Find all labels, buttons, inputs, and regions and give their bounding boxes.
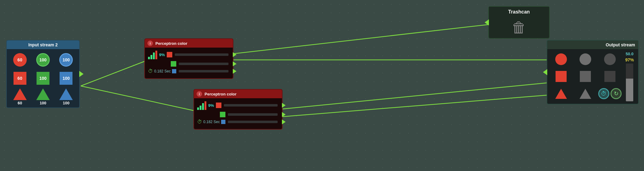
- out-circle-red: [555, 53, 567, 65]
- perceptron-1-slider2[interactable]: [179, 63, 228, 65]
- timer-icon[interactable]: ⏱: [598, 88, 609, 99]
- output-meter-fill: [626, 79, 633, 101]
- out-triangle-gray1: [580, 89, 591, 99]
- perceptron-1-blue-sq: [172, 69, 176, 73]
- perceptron-1-out-2[interactable]: [233, 61, 236, 66]
- bar2-2: [200, 106, 201, 110]
- perceptron-1-out-1[interactable]: [233, 52, 236, 57]
- input-stream-output-connector[interactable]: [79, 71, 84, 77]
- trashcan-input-connector[interactable]: [485, 19, 489, 25]
- perceptron-2-slider1[interactable]: [224, 104, 278, 107]
- cell-square-red: 60: [9, 70, 30, 87]
- bar2-3: [202, 103, 204, 110]
- perceptron-1-slider1[interactable]: [175, 53, 228, 56]
- out-triangle-red-cell: [550, 86, 572, 101]
- cell-square-green: 100: [32, 70, 53, 87]
- square-green: 100: [37, 72, 49, 85]
- out-square-gray1-cell: [574, 69, 596, 84]
- perceptron-1-speed-label: 0.182 Sec: [154, 69, 171, 73]
- square-blue: 100: [60, 72, 72, 85]
- output-stream-header: Output stream: [547, 41, 638, 49]
- cell-square-blue: 100: [56, 70, 77, 87]
- svg-line-1: [81, 86, 193, 111]
- out-circle-gray1-cell: [574, 52, 596, 67]
- perceptron-2-speed-icon: ⏱: [197, 119, 202, 125]
- perceptron-2-out-2[interactable]: [282, 112, 286, 117]
- circle-red: 60: [13, 53, 27, 67]
- perceptron-2-speed-label: 0.182 Sec: [203, 120, 220, 124]
- out-triangle-red: [555, 89, 567, 99]
- perceptron-node-2: i Perceptron color 9% ⏱ 0.182 Sec: [193, 89, 283, 130]
- output-stream-node: Output stream: [547, 40, 639, 104]
- perceptron-2-barchart: [197, 101, 206, 110]
- trashcan-header: Trashcan: [489, 7, 549, 17]
- perceptron-2-color-green: [220, 112, 225, 117]
- cell-circle-red: 60: [9, 52, 30, 68]
- out-square-gray2-cell: [598, 69, 622, 84]
- perceptron-2-blue-sq: [221, 120, 225, 124]
- svg-line-5: [283, 95, 547, 117]
- bar-3: [153, 52, 155, 59]
- bar-1: [148, 57, 150, 59]
- out-square-red: [556, 71, 567, 82]
- cell-triangle-red: 60: [9, 88, 30, 105]
- perceptron-2-slider3[interactable]: [228, 121, 278, 123]
- output-shapes-grid: ⏱ ↻: [550, 52, 622, 101]
- input-stream-node: Input stream 2 60 100 100 60 100: [6, 40, 80, 108]
- svg-line-2: [233, 25, 488, 54]
- cell-triangle-green: 100: [32, 88, 53, 105]
- perceptron-2-percent: 9%: [208, 103, 214, 108]
- triangle-green: [36, 88, 50, 100]
- perceptron-1-percent: 9%: [159, 52, 165, 57]
- perceptron-2-slider2[interactable]: [228, 113, 278, 116]
- perceptron-1-badge: i: [147, 41, 153, 46]
- output-meter: 50.0 97%: [623, 52, 636, 101]
- perceptron-1-slider3[interactable]: [179, 70, 228, 72]
- perceptron-2-out-3[interactable]: [282, 119, 286, 124]
- perceptron-1-color-red: [167, 52, 172, 57]
- triangle-red: [13, 88, 27, 100]
- output-stream-body: ⏱ ↻ 50.0 97%: [547, 49, 638, 104]
- output-meter-bar: [626, 64, 633, 101]
- out-icons-cell: ⏱ ↻: [598, 86, 622, 101]
- trashcan-title: Trashcan: [508, 9, 530, 14]
- circle-green: 100: [36, 53, 50, 67]
- perceptron-1-bar-row: 9%: [148, 50, 230, 59]
- cell-circle-green: 100: [32, 52, 53, 68]
- trashcan-icon: 🗑: [512, 20, 526, 35]
- perceptron-2-color-red: [216, 103, 221, 108]
- out-square-gray2: [604, 71, 615, 82]
- perceptron-1-body: 9% ⏱ 0.182 Sec: [145, 48, 233, 78]
- perceptron-node-1: i Perceptron color 9% ⏱ 0.18: [144, 38, 233, 79]
- out-square-red-cell: [550, 69, 572, 84]
- out-triangle-gray1-cell: [574, 86, 596, 101]
- input-stream-header: Input stream 2: [7, 41, 79, 49]
- perceptron-2-out-1[interactable]: [282, 103, 286, 108]
- perceptron-1-speed-row: ⏱ 0.182 Sec: [148, 68, 230, 74]
- input-stream-title: Input stream 2: [28, 42, 58, 47]
- perceptron-1-title: Perceptron color: [155, 41, 187, 46]
- refresh-icon[interactable]: ↻: [611, 88, 622, 99]
- output-stream-input-connector[interactable]: [543, 69, 547, 75]
- perceptron-2-speed-row: ⏱ 0.182 Sec: [197, 119, 279, 125]
- perceptron-1-green-row: [148, 61, 230, 67]
- circle-blue: 100: [59, 53, 73, 67]
- output-value: 50.0: [626, 52, 633, 56]
- svg-line-0: [81, 61, 144, 86]
- bar-2: [150, 55, 152, 59]
- out-square-gray1: [580, 71, 591, 82]
- cell-triangle-blue: 100: [56, 88, 77, 105]
- perceptron-2-header: i Perceptron color: [194, 90, 282, 98]
- trashcan-body: 🗑: [489, 17, 549, 38]
- cell-circle-blue: 100: [56, 52, 77, 68]
- out-circle-gray1: [580, 53, 591, 65]
- svg-line-4: [283, 83, 547, 109]
- perceptron-1-speed-icon: ⏱: [148, 68, 153, 74]
- bar-4: [155, 51, 157, 59]
- triangle-blue: [59, 88, 73, 100]
- perceptron-2-badge: i: [197, 91, 202, 97]
- perceptron-2-green-row: [197, 112, 279, 117]
- perceptron-1-header: i Perceptron color: [145, 39, 233, 48]
- perceptron-2-body: 9% ⏱ 0.182 Sec: [194, 98, 282, 129]
- perceptron-1-out-3[interactable]: [233, 69, 236, 74]
